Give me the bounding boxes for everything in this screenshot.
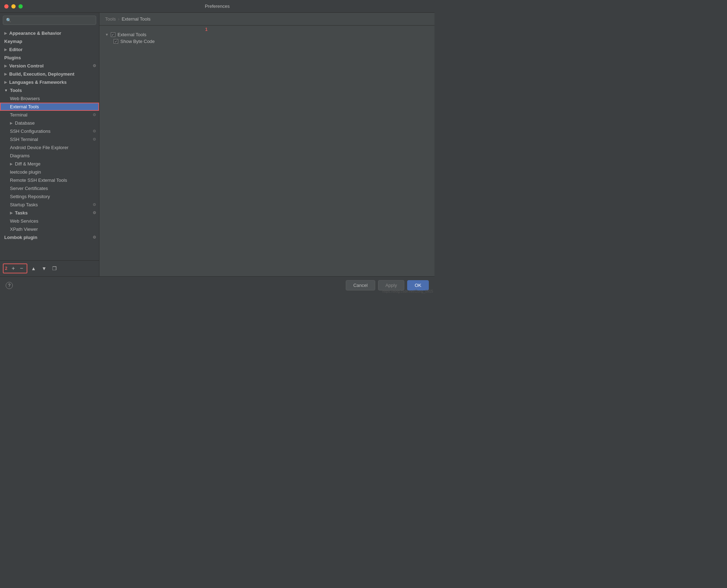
sidebar-item-appearance-behavior[interactable]: ▶ Appearance & Behavior [0,29,99,37]
search-icon: 🔍 [6,18,11,23]
arrow-icon: ▶ [10,121,13,125]
sidebar-item-build-exec-deploy[interactable]: ▶ Build, Execution, Deployment [0,70,99,78]
search-box[interactable]: 🔍 [3,16,96,25]
panel-number-badge: 1 [205,27,208,32]
tree-item-show-byte-code[interactable]: Show Byte Code [105,38,429,45]
window-title: Preferences [205,4,230,9]
sidebar-item-keymap[interactable]: Keymap [0,37,99,45]
arrow-icon: ▶ [4,80,7,84]
breadcrumb-separator: › [118,16,119,22]
gear-icon: ⚙ [93,113,96,117]
sidebar-item-external-tools[interactable]: External Tools [0,103,99,111]
sidebar-item-lombok[interactable]: Lombok plugin ⚙ [0,233,99,241]
arrow-icon: ▶ [10,211,13,215]
sidebar-item-ssh-configurations[interactable]: SSH Configurations ⚙ [0,127,99,135]
sidebar-item-tools[interactable]: ▼ Tools [0,86,99,94]
sidebar-item-server-certificates[interactable]: Server Certificates [0,184,99,192]
gear-icon: ⚙ [93,64,96,68]
sidebar-item-ssh-terminal[interactable]: SSH Terminal ⚙ [0,135,99,143]
arrow-icon: ▶ [4,31,7,35]
sidebar: 🔍 ▶ Appearance & Behavior Keymap ▶ Edito… [0,13,99,276]
sidebar-item-tasks[interactable]: ▶ Tasks ⚙ [0,209,99,217]
sidebar-item-plugins[interactable]: Plugins [0,54,99,62]
sidebar-item-settings-repository[interactable]: Settings Repository [0,192,99,201]
gear-icon: ⚙ [93,235,96,240]
gear-icon: ⚙ [93,137,96,142]
footer: ? Cancel Apply OK https://blog.csdn.net/… [0,276,434,294]
sidebar-item-startup-tasks[interactable]: Startup Tasks ⚙ [0,201,99,209]
breadcrumb-parent: Tools [105,16,116,22]
arrow-icon: ▶ [10,162,13,166]
sidebar-item-editor[interactable]: ▶ Editor [0,45,99,54]
window-controls [4,4,23,9]
gear-icon: ⚙ [93,202,96,207]
search-input[interactable] [13,18,93,23]
sidebar-item-xpath-viewer[interactable]: XPath Viewer [0,225,99,233]
arrow-icon: ▶ [4,64,7,68]
toolbar-add-remove-group: 2 + − [3,263,27,273]
show-byte-code-checkbox[interactable] [114,39,118,44]
tree-item-external-tools-group[interactable]: ▼ External Tools [105,31,429,38]
breadcrumb-current: External Tools [122,16,151,22]
sidebar-item-remote-ssh[interactable]: Remote SSH External Tools [0,176,99,184]
move-up-button[interactable]: ▲ [29,265,38,272]
main-content: 🔍 ▶ Appearance & Behavior Keymap ▶ Edito… [0,13,434,276]
sidebar-item-android-device[interactable]: Android Device File Explorer [0,143,99,152]
gear-icon: ⚙ [93,129,96,134]
sidebar-item-web-services[interactable]: Web Services [0,217,99,225]
sidebar-item-version-control[interactable]: ▶ Version Control ⚙ [0,62,99,70]
toolbar-number: 2 [5,266,7,271]
close-button[interactable] [4,4,9,9]
url-bar: https://blog.csdn.net/Zong_0915 [381,289,434,294]
move-down-button[interactable]: ▼ [39,265,49,272]
remove-button[interactable]: − [18,265,25,272]
panel-content: 1 ▼ External Tools Show Byte Code [99,26,434,276]
sidebar-item-web-browsers[interactable]: Web Browsers [0,94,99,103]
arrow-icon: ▶ [4,48,7,51]
sidebar-item-terminal[interactable]: Terminal ⚙ [0,111,99,119]
copy-button[interactable]: ❐ [50,265,59,272]
minimize-button[interactable] [11,4,16,9]
add-button[interactable]: + [10,265,17,272]
gear-icon: ⚙ [93,211,96,215]
footer-left: ? [6,282,13,289]
sidebar-item-database[interactable]: ▶ Database [0,119,99,127]
sidebar-item-diff-merge[interactable]: ▶ Diff & Merge [0,160,99,168]
breadcrumb: Tools › External Tools [99,13,434,26]
sidebar-item-diagrams[interactable]: Diagrams [0,152,99,160]
sidebar-list: ▶ Appearance & Behavior Keymap ▶ Editor … [0,28,99,260]
tree-arrow-icon: ▼ [105,33,109,37]
cancel-button[interactable]: Cancel [346,280,375,290]
right-panel: Tools › External Tools 1 ▼ External Tool… [99,13,434,276]
maximize-button[interactable] [18,4,23,9]
sidebar-toolbar: 2 + − ▲ ▼ ❐ [0,260,99,276]
external-tools-group-checkbox[interactable] [111,32,115,37]
arrow-icon: ▶ [4,72,7,76]
sidebar-item-languages-frameworks[interactable]: ▶ Languages & Frameworks [0,78,99,86]
help-button[interactable]: ? [6,282,13,289]
titlebar: Preferences [0,0,434,13]
sidebar-item-leetcode[interactable]: leetcode plugin [0,168,99,176]
arrow-icon: ▼ [4,88,8,92]
